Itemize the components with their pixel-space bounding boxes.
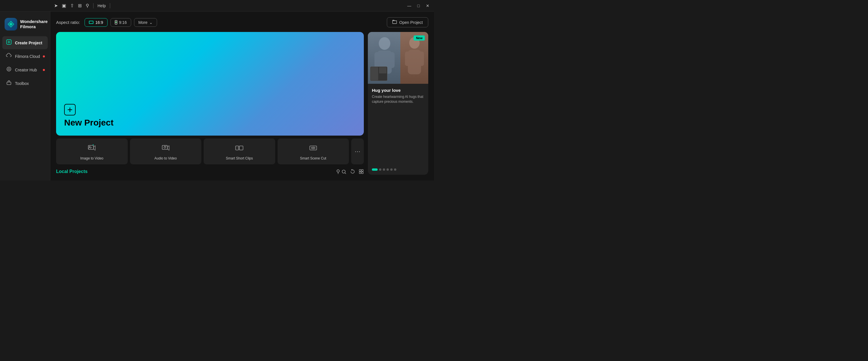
new-project-plus-icon: +	[64, 104, 75, 115]
more-aspect-button[interactable]: More ⌄	[134, 18, 157, 27]
open-project-button[interactable]: Open Project	[387, 17, 428, 27]
svg-rect-5	[7, 82, 11, 85]
tools-more-button[interactable]: ⋯	[351, 138, 364, 164]
title-bar: ➤ ▣ ⇧ ⊞ ⚲ Help — □ ✕	[0, 0, 434, 11]
landscape-screen-icon	[89, 21, 93, 24]
main-content: Aspect ratio: 16:9 9:16 More ⌄ Open Proj	[50, 11, 434, 180]
app-logo	[5, 18, 17, 30]
new-project-card[interactable]: + New Project	[56, 32, 364, 136]
svg-rect-6	[88, 145, 93, 149]
open-project-label: Open Project	[399, 20, 423, 25]
send-icon[interactable]: ➤	[54, 3, 58, 8]
aspect-16-9-label: 16:9	[95, 20, 103, 25]
local-projects-title: Local Projects	[56, 169, 87, 174]
divider2	[110, 3, 110, 8]
feature-dot-3[interactable]	[383, 168, 385, 171]
feature-dot-5[interactable]	[390, 168, 393, 171]
creator-hub-icon	[6, 66, 12, 74]
feature-dot-2[interactable]	[379, 168, 381, 171]
create-project-icon	[6, 39, 12, 46]
search-icon[interactable]: ⚲	[336, 168, 347, 175]
local-projects-actions: ⚲	[336, 168, 364, 175]
feature-info: Hug your love Create heartwarming AI hug…	[368, 84, 428, 168]
tool-audio-to-video-label: Audio to Video	[154, 156, 177, 160]
svg-rect-18	[359, 172, 361, 174]
upload-icon[interactable]: ⇧	[70, 3, 74, 8]
svg-rect-29	[379, 67, 386, 74]
svg-rect-22	[374, 52, 380, 68]
tool-image-to-video-label: Image to Video	[80, 156, 103, 160]
sidebar: Wondershare Filmora Create Project	[0, 11, 50, 180]
grid-view-icon[interactable]	[359, 168, 364, 175]
svg-rect-25	[408, 50, 421, 74]
svg-marker-1	[9, 23, 13, 26]
filmora-logo-svg	[7, 20, 15, 28]
svg-rect-19	[362, 172, 363, 174]
svg-rect-28	[371, 67, 378, 80]
feature-dot-6[interactable]	[394, 168, 396, 171]
svg-point-3	[7, 67, 11, 71]
tool-smart-scene-cut-label: Smart Scene Cut	[300, 156, 326, 160]
refresh-icon[interactable]	[350, 168, 355, 175]
new-project-title: New Project	[64, 118, 356, 128]
filmora-cloud-dot	[43, 55, 45, 57]
sidebar-label-filmora-cloud: Filmora Cloud	[15, 54, 40, 59]
folder-icon	[392, 20, 397, 25]
window-controls: — □ ✕	[405, 2, 432, 10]
smart-scene-cut-icon	[309, 144, 317, 154]
feature-card[interactable]: New Hug your love Create heartwarming AI…	[368, 32, 428, 175]
tool-smart-scene-cut[interactable]: Smart Scene Cut	[278, 138, 349, 164]
svg-rect-11	[239, 146, 243, 150]
sidebar-label-creator-hub: Creator Hub	[15, 68, 37, 72]
tool-smart-short-clips-label: Smart Short Clips	[226, 156, 253, 160]
app-name: Wondershare Filmora	[20, 19, 48, 29]
title-bar-icons: ➤ ▣ ⇧ ⊞ ⚲ Help	[54, 3, 110, 8]
svg-rect-23	[390, 52, 395, 68]
svg-rect-16	[359, 170, 361, 171]
tool-audio-to-video[interactable]: Audio to Video	[130, 138, 202, 164]
aspect-9-16-button[interactable]: 9:16	[111, 18, 131, 27]
feature-dot-4[interactable]	[386, 168, 389, 171]
svg-rect-17	[362, 170, 363, 171]
left-column: + New Project	[56, 32, 364, 175]
toolbox-icon	[6, 80, 12, 87]
feature-dot-1[interactable]	[372, 168, 378, 171]
aspect-ratio-label: Aspect ratio:	[56, 20, 80, 25]
svg-rect-30	[379, 74, 386, 80]
maximize-button[interactable]: □	[414, 2, 423, 10]
tool-smart-short-clips[interactable]: Smart Short Clips	[204, 138, 275, 164]
headset-icon[interactable]: ⚲	[86, 3, 89, 8]
feature-title: Hug your love	[372, 88, 424, 93]
monitor-icon[interactable]: ▣	[62, 3, 66, 8]
sidebar-item-toolbox[interactable]: Toolbox	[2, 77, 48, 90]
svg-rect-26	[405, 52, 409, 66]
sidebar-label-create-project: Create Project	[15, 40, 42, 45]
aspect-16-9-button[interactable]: 16:9	[85, 18, 107, 27]
svg-point-14	[313, 147, 315, 148]
image-to-video-icon	[88, 144, 96, 154]
logo-area: Wondershare Filmora	[0, 15, 50, 36]
aspect-9-16-label: 9:16	[119, 20, 127, 25]
sidebar-item-create-project[interactable]: Create Project	[2, 36, 48, 49]
sidebar-nav: Create Project Filmora Cloud	[0, 36, 50, 90]
grid-icon[interactable]: ⊞	[78, 3, 82, 8]
minimize-button[interactable]: —	[405, 2, 413, 10]
svg-point-9	[164, 146, 166, 148]
cards-row: + New Project	[56, 32, 428, 175]
sidebar-label-toolbox: Toolbox	[15, 81, 29, 86]
chevron-down-icon: ⌄	[149, 20, 153, 25]
tool-image-to-video[interactable]: Image to Video	[56, 138, 128, 164]
close-button[interactable]: ✕	[424, 2, 432, 10]
help-link[interactable]: Help	[97, 3, 106, 8]
smart-short-clips-icon	[235, 144, 243, 154]
photo-overlay	[370, 66, 388, 81]
app-body: Wondershare Filmora Create Project	[0, 11, 434, 180]
tools-row: Image to Video Audio to Video	[56, 138, 364, 164]
sidebar-item-creator-hub[interactable]: Creator Hub	[2, 63, 48, 76]
audio-to-video-icon	[162, 144, 170, 154]
more-label: More	[138, 20, 148, 25]
portrait-screen-icon	[115, 20, 117, 25]
sidebar-item-filmora-cloud[interactable]: Filmora Cloud	[2, 50, 48, 63]
creator-hub-dot	[43, 69, 45, 71]
aspect-ratio-bar: Aspect ratio: 16:9 9:16 More ⌄ Open Proj	[56, 17, 428, 27]
